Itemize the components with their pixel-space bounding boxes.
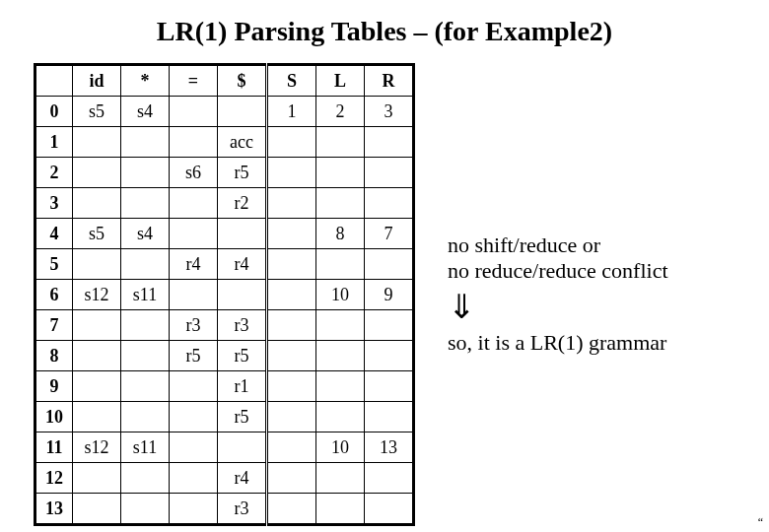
state-label: 1 (35, 127, 73, 158)
table-row: 5 r4 r4 (35, 249, 414, 280)
cell (267, 463, 316, 494)
cell (267, 158, 316, 188)
cell: s4 (121, 97, 170, 127)
cell (121, 249, 170, 280)
cell (316, 402, 365, 432)
state-label: 4 (35, 219, 73, 249)
cell (267, 494, 316, 525)
cell: r4 (170, 249, 218, 280)
cell: r3 (218, 310, 267, 341)
cell (121, 127, 170, 158)
cell: s12 (73, 280, 121, 310)
notes: no shift/reduce or no reduce/reduce conf… (448, 233, 668, 356)
cell: r5 (218, 341, 267, 371)
cell (365, 402, 414, 432)
cell (121, 463, 170, 494)
cell (73, 371, 121, 402)
cell (267, 280, 316, 310)
cell (316, 310, 365, 341)
cell: 10 (316, 432, 365, 463)
col-star: * (121, 65, 170, 97)
cell: r3 (218, 494, 267, 525)
cell (73, 249, 121, 280)
cell (267, 188, 316, 219)
cell (316, 158, 365, 188)
cell: r5 (218, 158, 267, 188)
cell: s5 (73, 219, 121, 249)
cell (267, 402, 316, 432)
cell: s5 (73, 97, 121, 127)
cell: 7 (365, 219, 414, 249)
cell (73, 127, 121, 158)
cell (73, 494, 121, 525)
col-L: L (316, 65, 365, 97)
cell (73, 158, 121, 188)
arrow-down-icon: ⇓ (448, 291, 668, 324)
cell (121, 310, 170, 341)
state-label: 12 (35, 463, 73, 494)
cell: 8 (316, 219, 365, 249)
col-S: S (267, 65, 316, 97)
col-dollar: $ (218, 65, 267, 97)
cell (170, 127, 218, 158)
col-id: id (73, 65, 121, 97)
cell (73, 341, 121, 371)
state-label: 10 (35, 402, 73, 432)
cell (170, 463, 218, 494)
table-row: 9 r1 (35, 371, 414, 402)
state-label: 3 (35, 188, 73, 219)
table-row: 11 s12 s11 10 13 (35, 432, 414, 463)
col-R: R (365, 65, 414, 97)
table-row: 1 acc (35, 127, 414, 158)
table-row: 12 r4 (35, 463, 414, 494)
cell (316, 463, 365, 494)
cell: 3 (365, 97, 414, 127)
cell (170, 280, 218, 310)
note-line-2: no reduce/reduce conflict (448, 258, 668, 284)
state-label: 11 (35, 432, 73, 463)
table-row: 2 s6 r5 (35, 158, 414, 188)
cell (267, 127, 316, 158)
cell (365, 341, 414, 371)
cell (267, 341, 316, 371)
cell (73, 463, 121, 494)
col-state (35, 65, 73, 97)
note-line-3: so, it is a LR(1) grammar (448, 330, 668, 356)
cell: 13 (365, 432, 414, 463)
state-label: 0 (35, 97, 73, 127)
footer-mark: “ (758, 515, 763, 530)
cell: r3 (170, 310, 218, 341)
slide: LR(1) Parsing Tables – (for Example2) id… (0, 0, 769, 532)
cell: s12 (73, 432, 121, 463)
cell (218, 432, 267, 463)
cell (316, 188, 365, 219)
cell (170, 219, 218, 249)
cell (267, 432, 316, 463)
cell (170, 432, 218, 463)
cell (365, 310, 414, 341)
state-label: 13 (35, 494, 73, 525)
cell: r5 (218, 402, 267, 432)
cell (121, 402, 170, 432)
cell (365, 249, 414, 280)
state-label: 7 (35, 310, 73, 341)
cell: r5 (170, 341, 218, 371)
page-title: LR(1) Parsing Tables – (for Example2) (0, 16, 769, 47)
table-row: 4 s5 s4 8 7 (35, 219, 414, 249)
cell (365, 463, 414, 494)
cell: s11 (121, 280, 170, 310)
cell (365, 371, 414, 402)
cell: 10 (316, 280, 365, 310)
cell (316, 494, 365, 525)
cell: 2 (316, 97, 365, 127)
cell (316, 249, 365, 280)
parsing-table: id * = $ S L R 0 s5 s4 1 2 3 1 (34, 63, 415, 526)
cell (121, 494, 170, 525)
cell (267, 371, 316, 402)
cell (267, 249, 316, 280)
cell (121, 158, 170, 188)
state-label: 6 (35, 280, 73, 310)
cell (121, 341, 170, 371)
cell: 9 (365, 280, 414, 310)
table-row: 3 r2 (35, 188, 414, 219)
